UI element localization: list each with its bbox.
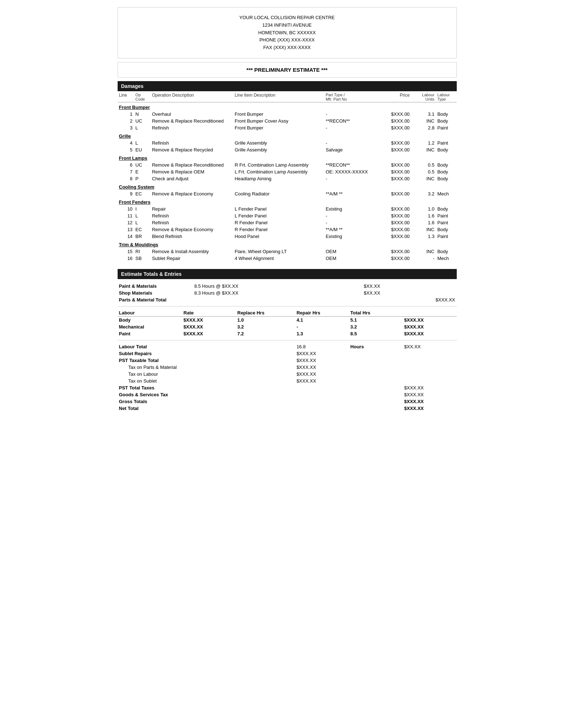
labour-row: Body$XXX.XX1.04.15.1$XXX.XX [118,316,457,323]
price: $XXX.00 [378,206,411,212]
category-row: Cooling System [118,182,457,190]
shop-fax: FAX (XXX) XXX-XXXX [122,44,453,52]
preliminary-label: *** PRELIMINARY ESTIMATE *** [246,67,328,73]
line-num: 8 [118,175,134,182]
part-type: OEM [324,248,378,255]
pst-total-label: PST Total Taxes [118,384,182,391]
price: $XXX.00 [378,111,411,118]
shop-header: YOUR LOCAL COLLISION REPAIR CENTRE 1234 … [118,7,457,58]
table-row: 14BRBlend RefinishHood PanelExisting$XXX… [118,233,457,240]
op-desc: Remove & Replace Reconditioned [150,162,233,168]
tax-sublet-amount: $XXX.XX [295,378,349,384]
labour-units: 3.1 [411,111,436,118]
labour-type: Mech [436,190,456,197]
part-type: Existing [324,233,378,240]
labour-total-hours: 16.8 [295,343,349,350]
part-type: - [324,111,378,118]
line-num: 3 [118,124,134,131]
summary-totals-table: Labour Total 16.8 Hours $XX.XX Sublet Re… [118,343,457,412]
labour-units: 2.8 [411,124,436,131]
labour-col-repair: Repair Hrs [295,309,349,317]
pst-total-amount: $XXX.XX [403,384,456,391]
shop-phone: PHONE (XXX) XXX-XXXX [122,36,453,44]
op-code: L [134,140,150,146]
parts-material-amount: $XXX.XX [409,296,457,303]
labour-type: Body [436,168,456,175]
paint-materials-row: Paint & Materials 8.5 Hours @ $XX.XX $XX… [118,283,457,290]
price: $XXX.00 [378,124,411,131]
table-row: 7ERemove & Replace OEML Frt. Combination… [118,168,457,175]
labour-units: INC [411,248,436,255]
col-header-ltype: LabourType [436,91,456,102]
tax-parts-row: Tax on Parts & Material $XXX.XX [118,364,457,371]
part-type: - [324,140,378,146]
op-desc: Remove & Replace Reconditioned [150,118,233,124]
gross-totals-label: Gross Totals [118,398,182,405]
tax-labour-row: Tax on Labour $XXX.XX [118,371,457,378]
part-type: **A/M ** [324,226,378,233]
op-desc: Remove & Replace OEM [150,168,233,175]
paint-materials-hours: 8.5 Hours @ $XX.XX [193,283,268,290]
totals-section: Paint & Materials 8.5 Hours @ $XX.XX $XX… [118,283,457,412]
col-header-lunits: LabourUnits [411,91,436,102]
labour-type: Body [436,175,456,182]
part-type: **A/M ** [324,190,378,197]
price: $XXX.00 [378,162,411,168]
shop-materials-row: Shop Materials 8.3 Hours @ $XX.XX $XX.XX [118,290,457,296]
labour-total-amount: $XX.XX [403,343,456,350]
labour-units: INC [411,146,436,153]
labour-units: INC [411,175,436,182]
labour-type: Body [436,118,456,124]
table-row: 2UCRemove & Replace ReconditionedFront B… [118,118,457,124]
op-code: EC [134,190,150,197]
part-type: OEM [324,255,378,262]
op-code: UC [134,162,150,168]
table-row: 3LRefinishFront Bumper-$XXX.002.8Paint [118,124,457,131]
labour-col-type: Labour [118,309,182,317]
category-row: Trim & Mouldings [118,240,457,248]
shop-materials-label: Shop Materials [118,290,193,296]
part-type: - [324,212,378,219]
line-desc: Front Bumper [233,111,324,118]
tax-labour-amount: $XXX.XX [295,371,349,378]
op-code: BR [134,233,150,240]
op-desc: Check and Adjust [150,175,233,182]
tax-parts-label: Tax on Parts & Material [118,364,182,371]
table-row: 6UCRemove & Replace ReconditionedR Frt. … [118,162,457,168]
line-num: 13 [118,226,134,233]
labour-row: Paint$XXX.XX7.21.38.5$XXX.XX [118,330,457,337]
sublet-repairs-row: Sublet Repairs $XXX.XX [118,350,457,357]
labour-type: Paint [436,233,456,240]
preliminary-section: *** PRELIMINARY ESTIMATE *** [118,62,457,78]
line-desc: R Fender Panel [233,226,324,233]
table-row: 5EURemove & Replace RecycledGrille Assem… [118,146,457,153]
gst-row: Goods & Services Tax $XXX.XX [118,391,457,398]
op-code: UC [134,118,150,124]
parts-material-total-row: Parts & Material Total $XXX.XX [118,296,457,303]
table-row: 9ECRemove & Replace EconomyCooling Radia… [118,190,457,197]
shop-name: YOUR LOCAL COLLISION REPAIR CENTRE [122,14,453,22]
labour-type: Paint [436,124,456,131]
labour-units: - [411,255,436,262]
op-code: E [134,168,150,175]
parts-material-label: Parts & Material Total [118,296,193,303]
table-row: 16SBSublet Repair4 Wheel AlignmentOEM$XX… [118,255,457,262]
op-desc: Remove & Replace Economy [150,226,233,233]
labour-units: 0.5 [411,162,436,168]
part-type: **RECON** [324,118,378,124]
table-row: 15RIRemove & Install AssemblyFlare, Whee… [118,248,457,255]
price: $XXX.00 [378,190,411,197]
category-row: Front Lamps [118,153,457,162]
labour-units: INC [411,118,436,124]
labour-type: Body [436,206,456,212]
op-desc: Remove & Replace Economy [150,190,233,197]
op-desc: Repair [150,206,233,212]
gross-totals-amount: $XXX.XX [403,398,456,405]
line-desc: Flare, Wheel Opening LT [233,248,324,255]
price: $XXX.00 [378,233,411,240]
table-row: 8PCheck and AdjustHeadlamp Aiming-$XXX.0… [118,175,457,182]
part-type: **RECON** [324,162,378,168]
labour-type: Paint [436,212,456,219]
op-desc: Overhaul [150,111,233,118]
shop-city: HOMETOWN, BC XXXXXX [122,29,453,37]
